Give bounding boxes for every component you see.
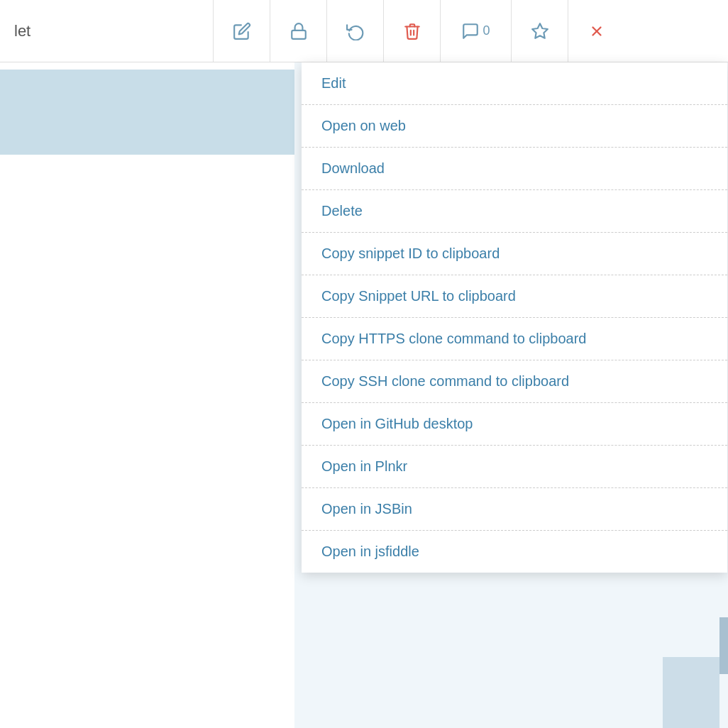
svg-marker-1: [532, 23, 548, 38]
menu-item-copy-snippet-id[interactable]: Copy snippet ID to clipboard: [302, 233, 727, 275]
menu-item-open-on-web[interactable]: Open on web: [302, 105, 727, 148]
menu-item-open-github-desktop[interactable]: Open in GitHub desktop: [302, 403, 727, 446]
scrollbar-thumb[interactable]: [719, 617, 728, 674]
menu-item-copy-ssh-clone[interactable]: Copy SSH clone command to clipboard: [302, 360, 727, 403]
left-panel: [0, 62, 294, 728]
lock-button[interactable]: [270, 0, 326, 62]
toolbar-title: let: [0, 22, 213, 40]
menu-item-edit[interactable]: Edit: [302, 62, 727, 105]
menu-item-open-jsbin[interactable]: Open in JSBin: [302, 488, 727, 531]
menu-item-download[interactable]: Download: [302, 148, 727, 190]
comment-count: 0: [482, 23, 490, 38]
star-button[interactable]: [511, 0, 568, 62]
menu-item-copy-https-clone[interactable]: Copy HTTPS clone command to clipboard: [302, 318, 727, 360]
edit-button[interactable]: [213, 0, 270, 62]
menu-item-open-plnkr[interactable]: Open in Plnkr: [302, 446, 727, 488]
close-button[interactable]: [568, 0, 624, 62]
menu-item-open-jsfiddle[interactable]: Open in jsfiddle: [302, 531, 727, 573]
toolbar-icons: 0: [213, 0, 728, 62]
menu-item-delete[interactable]: Delete: [302, 190, 727, 233]
trash-button[interactable]: [383, 0, 440, 62]
svg-rect-0: [292, 30, 306, 38]
context-menu: Edit Open on web Download Delete Copy sn…: [302, 62, 727, 573]
toolbar: let: [0, 0, 728, 62]
comment-button[interactable]: 0: [440, 0, 511, 62]
bottom-right-panel: [663, 657, 719, 728]
menu-item-copy-snippet-url[interactable]: Copy Snippet URL to clipboard: [302, 275, 727, 318]
panel-inner: [0, 70, 294, 155]
history-button[interactable]: [326, 0, 383, 62]
